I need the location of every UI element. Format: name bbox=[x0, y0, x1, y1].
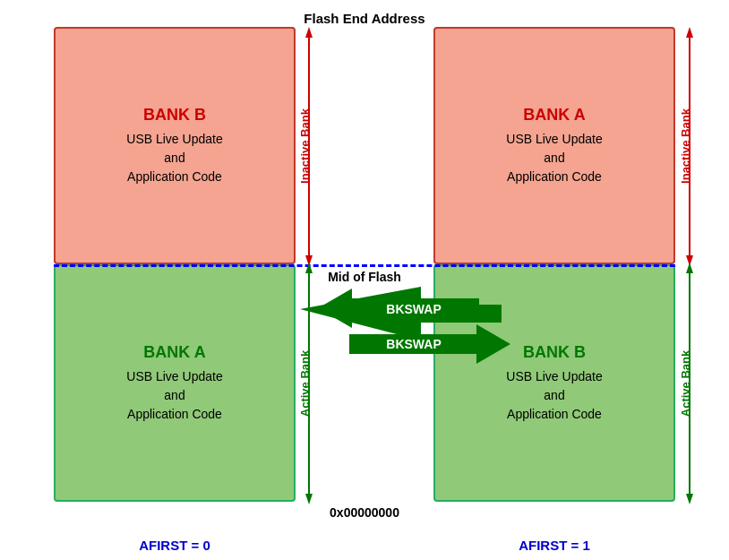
svg-marker-13 bbox=[318, 289, 352, 328]
active-bank-right-label: Active Bank bbox=[679, 349, 692, 417]
svg-marker-5 bbox=[305, 494, 313, 504]
right-bottom-bank-content: USB Live Update and Application Code bbox=[506, 367, 602, 424]
svg-marker-8 bbox=[686, 255, 693, 266]
svg-marker-1 bbox=[305, 27, 313, 38]
left-bottom-bank: BANK A USB Live Update and Application C… bbox=[54, 264, 296, 502]
right-bottom-bank: BANK B USB Live Update and Application C… bbox=[433, 264, 675, 502]
right-bottom-bank-name: BANK B bbox=[523, 343, 586, 362]
mid-flash-label: Mid of Flash bbox=[328, 270, 401, 284]
left-top-bank-content: USB Live Update and Application Code bbox=[126, 130, 222, 186]
svg-marker-7 bbox=[686, 27, 693, 38]
right-top-bank: BANK A USB Live Update and Application C… bbox=[433, 27, 675, 264]
active-bank-left-label: Active Bank bbox=[298, 349, 312, 417]
afirst-left-label: AFIRST = 0 bbox=[54, 538, 296, 553]
diagram-container: { "title": "Flash Memory Bank Diagram", … bbox=[0, 0, 729, 560]
right-top-bank-content: USB Live Update and Application Code bbox=[506, 130, 602, 186]
right-top-bank-name: BANK A bbox=[523, 106, 585, 125]
svg-marker-10 bbox=[686, 263, 693, 273]
inactive-bank-right-label: Inactive Bank bbox=[679, 108, 692, 184]
afirst-right-label: AFIRST = 1 bbox=[433, 538, 675, 553]
left-bottom-bank-content: USB Live Update and Application Code bbox=[126, 367, 222, 424]
left-bottom-bank-name: BANK A bbox=[143, 343, 205, 362]
flash-end-label: Flash End Address bbox=[304, 11, 425, 26]
left-top-bank: BANK B USB Live Update and Application C… bbox=[54, 27, 296, 264]
left-top-bank-name: BANK B bbox=[143, 106, 206, 125]
address-label: 0x00000000 bbox=[330, 505, 399, 520]
svg-marker-11 bbox=[686, 494, 693, 504]
inactive-bank-left-label: Inactive Bank bbox=[298, 108, 312, 184]
mid-dashed-line bbox=[54, 264, 675, 267]
